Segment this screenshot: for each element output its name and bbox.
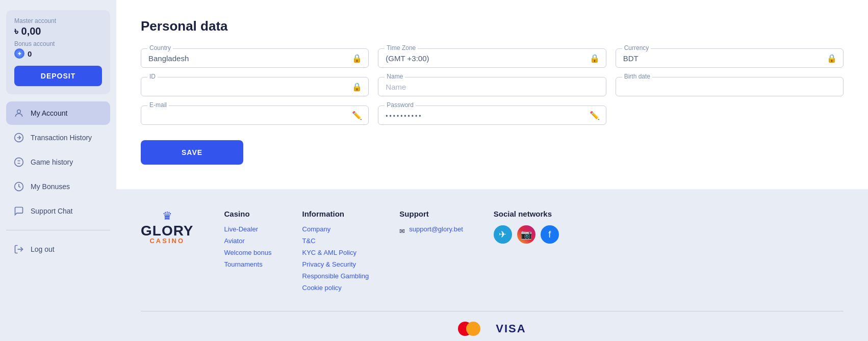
timezone-lock-icon: 🔒 (590, 54, 600, 63)
logout-label: Log out (31, 245, 55, 253)
footer-casino-col: Casino Live-Dealer Aviator Welcome bonus… (224, 209, 272, 272)
email-icon: ✉ (399, 227, 405, 235)
logo-casino-text: CASINO (149, 237, 185, 245)
id-lock-icon: 🔒 (352, 82, 362, 92)
page-title: Personal data (141, 18, 844, 34)
personal-data-section: Personal data Country 🔒 document.querySe… (116, 0, 868, 189)
footer-link-cookie[interactable]: Cookie policy (302, 284, 369, 292)
bonus-value-row: ✦ 0 (14, 48, 102, 59)
master-balance: ৳ 0,00 (14, 25, 102, 37)
name-field[interactable]: Name (378, 77, 606, 96)
country-input (148, 54, 361, 63)
currency-label: Currency (622, 44, 651, 51)
casino-col-title: Casino (224, 209, 272, 218)
sidebar-item-my-bonuses[interactable]: My Bonuses (6, 175, 110, 198)
currency-input (623, 54, 836, 63)
master-account-label: Master account (14, 17, 102, 24)
transaction-icon (13, 132, 24, 143)
footer-link-live-dealer[interactable]: Live-Dealer (224, 225, 272, 233)
sidebar-item-support-chat[interactable]: Support Chat (6, 199, 110, 223)
support-email-link[interactable]: support@glory.bet (409, 225, 463, 233)
email-input[interactable] (148, 111, 361, 120)
email-label: E-mail (147, 101, 169, 109)
sidebar-item-label: My Account (31, 109, 67, 117)
country-lock-icon: 🔒 (352, 54, 362, 63)
bonus-amount: 0 (28, 49, 32, 58)
country-field: Country 🔒 document.querySelector('[data-… (141, 48, 369, 68)
birthdate-field[interactable]: Birth date (616, 77, 844, 96)
currency-field: Currency 🔒 document.querySelector('[data… (616, 48, 844, 68)
mastercard-icon (458, 322, 480, 336)
chat-icon (13, 205, 24, 217)
support-email-row: ✉ support@glory.bet (399, 225, 463, 237)
timezone-input (386, 54, 598, 63)
birthdate-label: Birth date (622, 73, 652, 80)
currency-lock-icon: 🔒 (827, 54, 837, 63)
telegram-icon[interactable]: ✈ (494, 225, 512, 244)
sidebar-item-label: My Bonuses (31, 182, 70, 191)
footer-link-tandc[interactable]: T&C (302, 237, 369, 245)
id-label: ID (147, 73, 158, 80)
footer-link-welcome-bonus[interactable]: Welcome bonus (224, 249, 272, 256)
footer-link-kyc[interactable]: KYC & AML Policy (302, 249, 369, 256)
footer-divider (141, 311, 844, 311)
id-field: ID 🔒 (141, 77, 369, 96)
form-row-2: ID 🔒 Name Birth date (141, 77, 844, 96)
main-content: Personal data Country 🔒 document.querySe… (116, 0, 868, 341)
sidebar-nav: My Account Transaction History Game hist… (6, 101, 110, 223)
sidebar-item-my-account[interactable]: My Account (6, 101, 110, 125)
social-col-title: Social networks (494, 209, 559, 218)
footer-information-col: Information Company T&C KYC & AML Policy… (302, 209, 369, 296)
sidebar-divider (6, 230, 110, 230)
password-label: Password (385, 101, 416, 109)
footer-social-col: Social networks ✈ 📷 f (494, 209, 559, 244)
email-edit-icon[interactable]: ✏️ (352, 111, 362, 120)
footer-support-col: Support ✉ support@glory.bet (399, 209, 463, 237)
footer-link-aviator[interactable]: Aviator (224, 237, 272, 245)
account-section: Master account ৳ 0,00 Bonus account ✦ 0 … (6, 10, 110, 94)
save-button[interactable]: SAVE (141, 140, 243, 165)
facebook-icon[interactable]: f (541, 225, 559, 244)
support-col-title: Support (399, 209, 463, 218)
mc-orange-circle (466, 322, 480, 336)
footer-link-tournaments[interactable]: Tournaments (224, 260, 272, 268)
birthdate-input[interactable] (623, 83, 836, 91)
sidebar-item-label: Transaction History (31, 134, 92, 142)
bonuses-icon (13, 181, 24, 192)
person-icon (13, 108, 24, 119)
form-row-1: Country 🔒 document.querySelector('[data-… (141, 48, 844, 68)
sidebar-item-label: Support Chat (31, 207, 73, 215)
timezone-field: Time Zone 🔒 document.querySelector('[dat… (378, 48, 606, 68)
password-edit-icon[interactable]: ✏️ (590, 111, 600, 120)
logout-icon (13, 244, 24, 255)
visa-logo: VISA (496, 322, 526, 335)
bonus-icon: ✦ (14, 48, 24, 59)
instagram-icon[interactable]: 📷 (517, 225, 535, 244)
information-col-title: Information (302, 209, 369, 218)
email-field[interactable]: E-mail ✏️ (141, 106, 369, 125)
password-field[interactable]: Password •••••••••• ✏️ (378, 106, 606, 125)
footer-link-company[interactable]: Company (302, 225, 369, 233)
logo-crown-icon: ♛ (162, 209, 172, 223)
footer: ♛ GLORY CASINO Casino Live-Dealer Aviato… (116, 189, 868, 341)
footer-link-responsible[interactable]: Responsible Gambling (302, 272, 369, 280)
gamehistory-icon (13, 156, 24, 168)
id-input (148, 83, 361, 91)
sidebar-item-game-history[interactable]: Game history (6, 150, 110, 174)
name-label: Name (385, 73, 405, 80)
sidebar-item-transaction-history[interactable]: Transaction History (6, 126, 110, 149)
footer-top: ♛ GLORY CASINO Casino Live-Dealer Aviato… (141, 209, 844, 296)
bonus-account-label: Bonus account (14, 40, 102, 47)
svg-point-0 (17, 110, 21, 113)
country-label: Country (147, 44, 173, 51)
sidebar-item-logout[interactable]: Log out (6, 238, 110, 261)
footer-link-privacy[interactable]: Privacy & Security (302, 260, 369, 268)
footer-bottom: VISA (141, 322, 844, 336)
sidebar-item-label: Game history (31, 158, 73, 166)
footer-logo: ♛ GLORY CASINO (141, 209, 194, 245)
sidebar: Master account ৳ 0,00 Bonus account ✦ 0 … (0, 0, 116, 341)
svg-point-2 (15, 158, 23, 167)
timezone-label: Time Zone (385, 44, 418, 51)
deposit-button[interactable]: DEPOSIT (14, 66, 102, 86)
name-input[interactable] (386, 83, 598, 91)
